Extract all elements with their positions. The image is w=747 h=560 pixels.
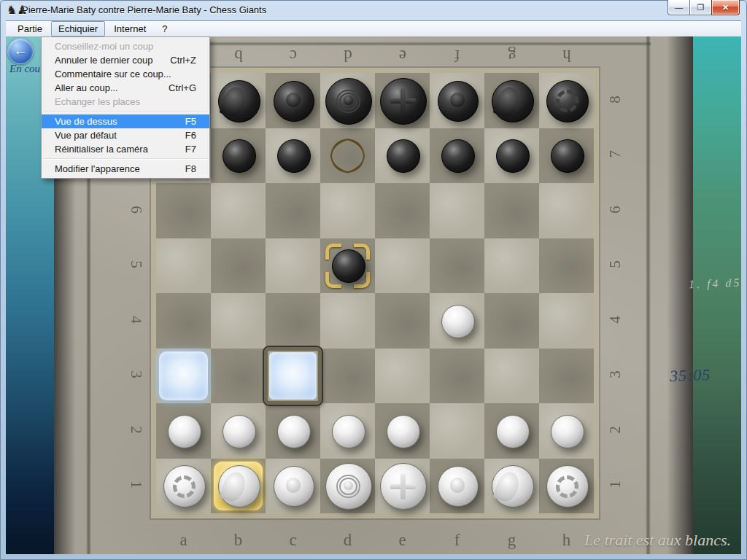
piece-white-pawn-c2[interactable] bbox=[277, 415, 311, 448]
gold-claw-marker-icon bbox=[320, 128, 375, 184]
rank-label-left-2: 2 bbox=[127, 420, 145, 439]
app-window: ♞♟ Pierre-Marie Baty contre Pierre-Marie… bbox=[0, 0, 747, 560]
square-d3[interactable] bbox=[320, 349, 375, 404]
file-label-bottom-a: a bbox=[169, 531, 198, 550]
menu-item-label: Conseillez-moi un coup bbox=[55, 41, 153, 52]
piece-white-rook-a1[interactable] bbox=[163, 465, 206, 508]
square-d6[interactable] bbox=[320, 183, 375, 238]
square-g3[interactable] bbox=[484, 349, 539, 404]
square-b3[interactable] bbox=[211, 349, 266, 404]
menubar-item-?[interactable]: ? bbox=[155, 21, 174, 36]
rank-label-right-8: 8 bbox=[606, 90, 624, 109]
piece-white-queen-d1[interactable] bbox=[325, 463, 372, 510]
square-b4[interactable] bbox=[211, 293, 266, 349]
square-g4[interactable] bbox=[484, 293, 539, 349]
piece-white-knight-g1[interactable] bbox=[492, 465, 534, 508]
square-h6[interactable] bbox=[539, 183, 594, 238]
piece-white-pawn-a2[interactable] bbox=[168, 415, 201, 448]
file-label-top-e: e bbox=[388, 46, 417, 65]
rank-label-left-1: 1 bbox=[127, 475, 145, 494]
square-a5[interactable] bbox=[156, 238, 211, 294]
piece-black-queen-d8[interactable] bbox=[325, 78, 372, 125]
square-e3[interactable] bbox=[375, 349, 430, 404]
piece-black-knight-b8[interactable] bbox=[218, 80, 260, 122]
piece-white-pawn-b2[interactable] bbox=[222, 415, 256, 448]
close-button[interactable]: ✕ bbox=[711, 0, 740, 15]
square-e4[interactable] bbox=[375, 293, 430, 349]
file-label-bottom-g: g bbox=[498, 531, 527, 550]
rank-label-left-5: 5 bbox=[127, 255, 145, 274]
maximize-button[interactable]: ❐ bbox=[690, 0, 711, 15]
file-label-bottom-c: c bbox=[279, 531, 308, 550]
rank-label-right-5: 5 bbox=[606, 255, 624, 274]
menubar: PartieEchiquierInternet? bbox=[6, 20, 741, 36]
square-f5[interactable] bbox=[430, 238, 484, 294]
square-f2[interactable] bbox=[430, 403, 484, 459]
menu-item-label: Modifier l'apparence bbox=[55, 163, 140, 174]
square-h4[interactable] bbox=[539, 293, 594, 349]
menu-item-modifier-l-apparence[interactable]: Modifier l'apparenceF8 bbox=[42, 162, 209, 176]
piece-white-pawn-d2[interactable] bbox=[332, 415, 365, 448]
piece-white-pawn-h2[interactable] bbox=[551, 415, 584, 448]
menubar-item-internet[interactable]: Internet bbox=[107, 21, 153, 36]
piece-black-bishop-f8[interactable] bbox=[438, 81, 479, 122]
square-a4[interactable] bbox=[156, 293, 211, 349]
rank-label-right-7: 7 bbox=[606, 145, 624, 164]
board-shadow-right bbox=[667, 36, 693, 554]
menu-item-commentaire-sur-ce-coup[interactable]: Commentaire sur ce coup... bbox=[42, 67, 209, 81]
piece-black-pawn-c7[interactable] bbox=[277, 139, 311, 173]
menubar-item-partie[interactable]: Partie bbox=[10, 21, 50, 36]
square-c4[interactable] bbox=[266, 293, 320, 349]
square-b6[interactable] bbox=[211, 183, 266, 238]
rank-label-left-6: 6 bbox=[127, 200, 145, 219]
piece-black-pawn-g7[interactable] bbox=[496, 139, 530, 173]
legal-move-highlight-a3[interactable] bbox=[159, 351, 208, 401]
square-f3[interactable] bbox=[430, 349, 484, 404]
piece-black-pawn-b7[interactable] bbox=[222, 139, 256, 173]
menubar-item-echiquier[interactable]: Echiquier bbox=[51, 21, 105, 36]
piece-black-pawn-h7[interactable] bbox=[551, 139, 584, 173]
back-arrow-button[interactable]: ← bbox=[7, 38, 34, 64]
menu-item-conseillez-moi-un-coup: Conseillez-moi un coup bbox=[42, 39, 209, 53]
square-h3[interactable] bbox=[539, 349, 594, 404]
square-a6[interactable] bbox=[156, 183, 211, 238]
menu-item-aller-au-coup[interactable]: Aller au coup...Ctrl+G bbox=[42, 81, 209, 95]
piece-black-king-e8[interactable] bbox=[380, 78, 427, 125]
square-d4[interactable] bbox=[320, 293, 375, 349]
piece-black-knight-g8[interactable] bbox=[492, 80, 534, 122]
piece-white-rook-h1[interactable] bbox=[546, 465, 589, 508]
piece-black-bishop-c8[interactable] bbox=[274, 81, 314, 122]
file-label-bottom-b: b bbox=[224, 531, 253, 550]
piece-white-pawn-f4[interactable] bbox=[441, 305, 475, 338]
piece-white-king-e1[interactable] bbox=[380, 463, 427, 510]
menu-item-vue-de-dessus[interactable]: Vue de dessusF5 bbox=[42, 114, 209, 128]
minimize-button[interactable]: — bbox=[667, 0, 690, 15]
square-e5[interactable] bbox=[375, 238, 430, 294]
square-e6[interactable] bbox=[375, 183, 430, 238]
square-c5[interactable] bbox=[266, 238, 320, 294]
piece-white-pawn-e2[interactable] bbox=[387, 415, 420, 448]
square-h5[interactable] bbox=[539, 238, 594, 294]
board-squares bbox=[156, 73, 594, 513]
menu-item-annuler-le-dernier-coup[interactable]: Annuler le dernier coupCtrl+Z bbox=[42, 53, 209, 67]
piece-black-pawn-d5[interactable] bbox=[332, 249, 365, 283]
square-g6[interactable] bbox=[484, 183, 539, 238]
move-list-text: 1. f4 d5 bbox=[689, 276, 741, 292]
menu-item-r-initialiser-la-cam-ra[interactable]: Réinitialiser la caméraF7 bbox=[42, 142, 209, 156]
piece-black-pawn-f7[interactable] bbox=[441, 139, 475, 173]
piece-white-bishop-c1[interactable] bbox=[274, 466, 314, 507]
piece-black-rook-h8[interactable] bbox=[546, 80, 589, 122]
file-label-top-f: f bbox=[443, 46, 472, 65]
piece-white-pawn-g2[interactable] bbox=[496, 415, 530, 448]
client-area: aabbccddeeffgghh1122334455667788 ← En co… bbox=[6, 36, 741, 554]
piece-white-knight-b1[interactable] bbox=[218, 465, 260, 508]
menu-item-vue-par-d-faut[interactable]: Vue par défautF6 bbox=[42, 128, 209, 142]
square-f6[interactable] bbox=[430, 183, 484, 238]
square-b5[interactable] bbox=[211, 238, 266, 294]
menu-item-shortcut: Ctrl+Z bbox=[170, 55, 196, 66]
piece-black-pawn-e7[interactable] bbox=[387, 139, 420, 173]
titlebar[interactable]: ♞♟ Pierre-Marie Baty contre Pierre-Marie… bbox=[0, 0, 747, 20]
square-g5[interactable] bbox=[484, 238, 539, 294]
piece-white-bishop-f1[interactable] bbox=[438, 466, 479, 507]
square-c6[interactable] bbox=[266, 183, 320, 238]
